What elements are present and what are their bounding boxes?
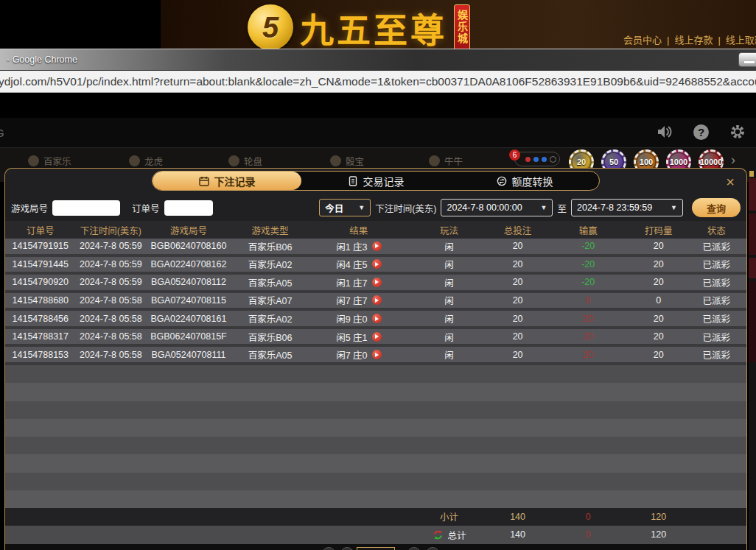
pagination-first-button[interactable]	[322, 547, 335, 550]
subtotal-label: 小计	[408, 508, 490, 526]
game-nav-item[interactable]: 骰宝	[330, 154, 364, 168]
cell-game-type: 百家乐B06	[231, 239, 309, 254]
cell-bet-time: 2024-7-8 05:58	[76, 293, 147, 309]
result-text: 闲7 庄7	[336, 293, 367, 307]
game-nav-item[interactable]: 百家乐	[28, 154, 71, 168]
game-nav-label: 龙虎	[144, 154, 163, 168]
cell-bet-time: 2024-7-8 05:59	[76, 275, 147, 290]
cell-total-bet: 20	[490, 257, 545, 272]
result-text: 闲1 庄7	[336, 275, 367, 289]
background-right-strip	[749, 168, 756, 550]
empty-rows-area	[5, 365, 746, 508]
table-row: 141547884562024-7-8 05:58BGA02240708161百…	[5, 311, 746, 329]
transfer-icon	[497, 176, 507, 186]
bet-time-label: 下注时间(美东)	[375, 201, 436, 215]
cell-total-bet: 20	[490, 329, 545, 345]
replay-button[interactable]	[372, 241, 382, 251]
clipped-panel	[749, 258, 756, 278]
tab-credit-transfer[interactable]: 额度转换	[450, 172, 599, 190]
cell-play: 闲	[408, 347, 490, 362]
cell-round-no: BGA02240708162	[146, 257, 231, 272]
minimize-button[interactable]	[738, 52, 756, 67]
empty-dot-icon	[550, 156, 556, 163]
replay-button[interactable]	[372, 332, 382, 342]
cell-status: 已派彩	[686, 293, 746, 309]
cell-play: 闲	[408, 311, 490, 326]
game-round-label: 游戏局号	[11, 201, 48, 215]
date-from-select[interactable]: 2024-7-8 00:00:00 ▼	[441, 199, 553, 216]
pagination-page-input[interactable]	[357, 547, 395, 550]
tab-label: 额度转换	[512, 174, 553, 188]
pagination-last-button[interactable]	[426, 547, 439, 550]
calendar-icon	[199, 176, 209, 186]
help-icon[interactable]: ?	[693, 124, 709, 140]
game-nav-item[interactable]: 轮盘	[228, 154, 262, 168]
settings-icon[interactable]	[729, 124, 746, 140]
replay-button[interactable]	[372, 278, 382, 287]
replay-button[interactable]	[372, 259, 382, 269]
pagination-prev-button[interactable]	[340, 547, 354, 550]
link-online-deposit[interactable]: 线上存款	[674, 35, 713, 46]
chevron-down-icon: ▼	[541, 204, 547, 211]
column-header: 输赢	[545, 221, 631, 239]
to-label: 至	[557, 201, 567, 215]
subtotal-turnover: 120	[631, 508, 686, 526]
logo-coin-icon: 5	[248, 4, 293, 50]
cell-total-bet: 20	[490, 311, 545, 326]
cell-play: 闲	[408, 293, 490, 309]
pagination-bar	[5, 544, 746, 550]
play-icon	[375, 262, 379, 267]
cell-result: 闲1 庄7	[309, 275, 408, 290]
date-to-select[interactable]: 2024-7-8 23:59:59 ▼	[571, 199, 683, 216]
cell-play: 闲	[408, 275, 490, 290]
tab-transaction-records[interactable]: 交易记录	[301, 172, 450, 190]
cell-result: 闲9 庄0	[309, 311, 408, 326]
game-nav-item[interactable]: 牛牛	[429, 154, 463, 168]
replay-button[interactable]	[372, 314, 382, 323]
play-icon	[375, 353, 379, 357]
link-online-withdraw[interactable]: 线上取款	[726, 35, 756, 46]
cell-round-no: BGB0624070815F	[146, 329, 231, 345]
pagination-next-button[interactable]	[407, 547, 421, 550]
date-range-select[interactable]: 今日 ▼	[319, 199, 371, 216]
cell-result: 闲4 庄5	[309, 257, 408, 272]
play-icon	[375, 280, 379, 284]
clipped-panel	[749, 214, 756, 255]
total-total-bet: 140	[490, 526, 545, 544]
cell-total-bet: 20	[490, 239, 545, 254]
cell-result: 闲5 庄1	[309, 329, 408, 345]
tab-bet-records[interactable]: 下注记录	[153, 172, 301, 190]
replay-button[interactable]	[372, 350, 382, 359]
chips-more-arrow[interactable]: ›	[731, 152, 735, 168]
clipped-panel	[749, 178, 756, 211]
cell-play: 闲	[408, 239, 490, 254]
replay-button[interactable]	[372, 295, 382, 305]
cell-order-no: 14154791445	[5, 257, 76, 272]
game-icon	[28, 155, 39, 166]
close-icon[interactable]: ×	[726, 174, 735, 189]
player-dot-icon	[542, 157, 547, 162]
column-header: 玩法	[408, 221, 490, 239]
link-member-center[interactable]: 会员中心	[623, 35, 662, 46]
order-input[interactable]	[164, 200, 213, 216]
column-header: 打码量	[631, 221, 686, 239]
cell-status: 已派彩	[686, 329, 746, 345]
table-row: 141547914452024-7-8 05:59BGA02240708162百…	[5, 257, 746, 275]
cell-total-bet: 20	[490, 293, 545, 309]
cell-order-no: 14154791915	[5, 239, 76, 254]
round-scoreboard[interactable]: 6	[514, 152, 560, 166]
game-round-input[interactable]	[52, 200, 120, 216]
cell-win-loss: -20	[545, 239, 631, 254]
chrome-titlebar[interactable]: - Google Chrome	[0, 49, 756, 71]
url-bar[interactable]: ydjol.com/h5V01/pc/index.html?return=abo…	[0, 71, 756, 93]
round-count-badge: 6	[509, 149, 520, 161]
table-header-row: 订单号下注时间(美东)游戏局号游戏类型结果玩法总投注输赢打码量状态	[5, 221, 746, 239]
game-nav-label: 牛牛	[444, 154, 463, 168]
search-button[interactable]: 查询	[692, 198, 741, 217]
cell-order-no: 14154788680	[5, 293, 76, 309]
cell-status: 已派彩	[686, 275, 746, 290]
game-nav-item[interactable]: 龙虎	[129, 154, 163, 168]
refresh-icon[interactable]	[433, 529, 444, 540]
sound-icon[interactable]	[657, 124, 673, 140]
result-text: 闲4 庄5	[336, 257, 367, 271]
